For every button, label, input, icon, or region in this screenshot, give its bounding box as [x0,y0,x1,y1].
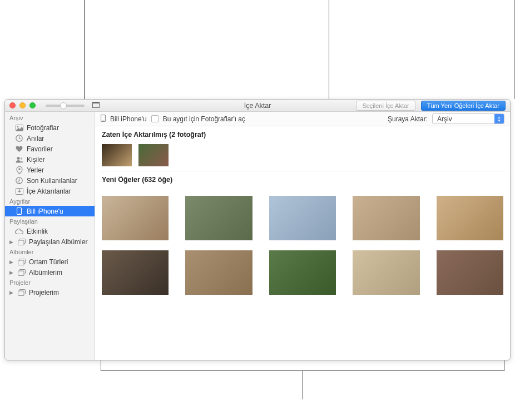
photo-thumbnail[interactable] [437,250,503,295]
already-imported-header: Zaten İçe Aktarılmış (2 fotoğraf) [102,131,503,139]
import-selected-button[interactable]: Seçileni İçe Aktar [356,101,415,111]
titlebar: İçe Aktar Seçileni İçe Aktar Tüm Yeni Öğ… [5,100,510,112]
app-window: İçe Aktar Seçileni İçe Aktar Tüm Yeni Öğ… [4,99,511,360]
sidebar-item-people[interactable]: Kişiler [5,154,95,165]
select-arrows-icon: ▲▼ [494,114,504,123]
photo-thumbnail[interactable] [102,196,169,240]
stack-icon [17,269,26,276]
import-all-new-button[interactable]: Tüm Yeni Öğeleri İçe Aktar [421,101,506,111]
disclosure-icon[interactable]: ▶ [9,290,14,295]
clock-icon [15,135,23,142]
sidebar-item-my-albums[interactable]: ▶ Albümlerim [5,267,95,278]
sidebar-item-label: Projelerim [29,289,59,297]
svg-rect-15 [18,260,24,265]
photo-thumbnail[interactable] [185,196,252,240]
photo-thumbnail[interactable] [102,144,132,166]
photo-thumbnail[interactable] [185,250,252,295]
svg-point-5 [17,157,19,160]
sidebar-item-label: Albümlerim [29,269,62,276]
open-photos-checkbox[interactable] [151,115,159,122]
disclosure-icon[interactable]: ▶ [9,239,14,245]
cloud-icon [15,228,23,235]
new-items-header: Yeni Öğeler (632 öğe) [102,176,503,184]
callout-line [84,0,85,99]
photo-thumbnail[interactable] [102,250,169,295]
phone-icon [15,207,23,215]
sidebar-item-places[interactable]: Yerler [5,165,95,175]
sidebar-header-projects: Projeler [5,278,95,287]
sidebar-item-my-projects[interactable]: ▶ Projelerim [5,287,95,298]
import-to-value: Arşiv [433,115,494,123]
disclosure-icon[interactable]: ▶ [9,259,14,265]
import-toolbar: Bill iPhone'u Bu aygıt için Fotoğraflar'… [95,112,510,126]
zoom-slider[interactable] [46,105,85,107]
recents-icon [15,177,23,185]
sidebar-item-label: Son Kullanılanlar [27,177,77,185]
sidebar-item-label: Yerler [27,166,44,174]
window-body: Arşiv Fotoğraflar Anılar Favoriler [5,112,510,360]
callout-line [514,0,514,99]
sidebar-item-photos[interactable]: Fotoğraflar [5,122,95,133]
import-to-select[interactable]: Arşiv ▲▼ [432,113,504,124]
sidebar-item-label: Paylaşılan Albümler [29,238,87,246]
window-title: İçe Aktar [244,102,271,110]
sidebar-header-shared: Paylaşılan [5,216,95,226]
pin-icon [15,166,23,174]
sidebar-item-label: Anılar [27,135,44,142]
callout-line [329,0,329,99]
people-icon [15,156,23,164]
svg-point-3 [17,126,18,127]
sidebar-item-favorites[interactable]: Favoriler [5,144,95,154]
callout-line [101,360,101,370]
svg-rect-13 [18,240,24,245]
close-window[interactable] [9,102,16,108]
photos-icon [15,124,23,132]
sidebar-item-label: Kişiler [27,156,45,164]
import-icon [15,187,23,195]
sidebar-item-label: Etkinlik [27,228,48,235]
fullscreen-icon[interactable] [92,102,100,109]
open-photos-label: Bu aygıt için Fotoğraflar'ı aç [163,115,245,123]
svg-point-7 [18,168,21,170]
photo-thumbnail[interactable] [269,250,336,295]
heart-icon [15,145,23,153]
new-items-section: Yeni Öğeler (632 öğe) [95,171,510,189]
device-name-label: Bill iPhone'u [110,115,147,123]
new-items-row [95,250,510,305]
zoom-slider-thumb[interactable] [60,102,67,109]
sidebar-item-label: İçe Aktarılanlar [27,187,71,195]
sidebar: Arşiv Fotoğraflar Anılar Favoriler [5,112,95,360]
sidebar-item-label: Favoriler [27,145,53,153]
callout-line [303,370,303,399]
sidebar-item-memories[interactable]: Anılar [5,133,95,144]
minimize-window[interactable] [19,102,26,108]
callout-line [504,360,504,370]
svg-rect-19 [18,291,24,296]
sidebar-item-activity[interactable]: Etkinlik [5,226,95,236]
sidebar-item-label: Bill iPhone'u [27,207,63,215]
sidebar-item-imports[interactable]: İçe Aktarılanlar [5,186,95,196]
stack-icon [17,238,26,246]
sidebar-header-library: Arşiv [5,113,95,122]
sidebar-item-label: Fotoğraflar [27,124,59,132]
disclosure-icon[interactable]: ▶ [9,270,14,275]
photo-thumbnail[interactable] [437,196,503,240]
svg-rect-17 [18,271,24,276]
photo-thumbnail[interactable] [353,196,419,240]
sidebar-item-shared-albums[interactable]: ▶ Paylaşılan Albümler [5,236,95,247]
window-controls [9,102,36,108]
new-items-row [95,189,510,250]
photo-thumbnail[interactable] [269,196,336,240]
sidebar-item-device[interactable]: Bill iPhone'u [5,206,95,216]
stack-icon [17,289,26,297]
content-pane: Bill iPhone'u Bu aygıt için Fotoğraflar'… [95,112,510,360]
zoom-window[interactable] [29,102,36,108]
sidebar-item-label: Ortam Türleri [29,258,68,266]
already-imported-section: Zaten İçe Aktarılmış (2 fotoğraf) [95,126,510,169]
photo-thumbnail[interactable] [353,250,419,295]
sidebar-item-recents[interactable]: Son Kullanılanlar [5,175,95,186]
sidebar-item-media-types[interactable]: ▶ Ortam Türleri [5,256,95,267]
sidebar-header-devices: Aygıtlar [5,196,95,206]
phone-icon [101,115,106,123]
photo-thumbnail[interactable] [138,144,169,166]
